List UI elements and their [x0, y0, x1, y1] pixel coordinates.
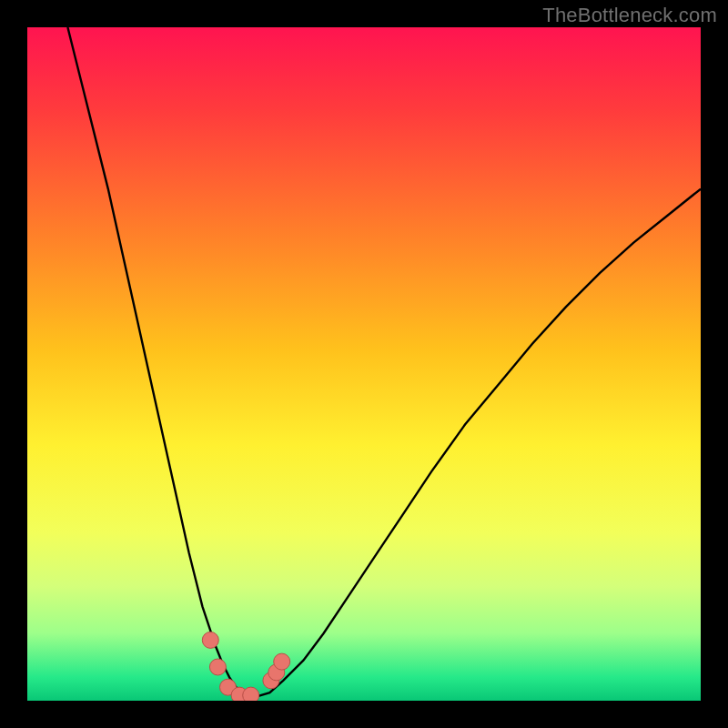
chart-svg [27, 27, 701, 701]
plot-area [27, 27, 701, 701]
data-marker [209, 659, 226, 675]
gradient-background [27, 27, 701, 701]
chart-frame: TheBottleneck.com [0, 0, 728, 728]
data-marker [274, 653, 290, 670]
data-marker [243, 687, 259, 701]
data-marker [202, 632, 218, 648]
watermark-text: TheBottleneck.com [542, 4, 717, 27]
